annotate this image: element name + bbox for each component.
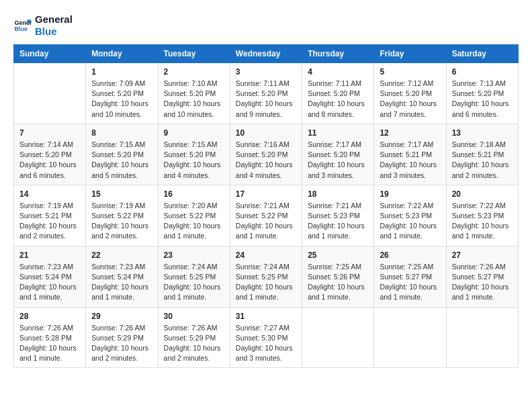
- day-number: 18: [308, 189, 368, 199]
- day-info: Sunrise: 7:23 AMSunset: 5:24 PMDaylight:…: [91, 262, 152, 303]
- logo-line1: General: [35, 13, 73, 26]
- day-info: Sunrise: 7:20 AMSunset: 5:22 PMDaylight:…: [164, 201, 224, 242]
- calendar-body: 1Sunrise: 7:09 AMSunset: 5:20 PMDaylight…: [14, 63, 519, 368]
- day-number: 6: [452, 67, 513, 77]
- day-info: Sunrise: 7:17 AMSunset: 5:21 PMDaylight:…: [380, 140, 440, 181]
- day-number: 8: [91, 128, 152, 138]
- day-info: Sunrise: 7:12 AMSunset: 5:20 PMDaylight:…: [380, 79, 440, 120]
- day-number: 15: [91, 189, 152, 199]
- day-number: 11: [308, 128, 368, 138]
- day-cell: 13Sunrise: 7:18 AMSunset: 5:21 PMDayligh…: [446, 124, 518, 185]
- day-number: 20: [452, 189, 513, 199]
- day-number: 26: [380, 250, 440, 260]
- weekday-header-tuesday: Tuesday: [158, 45, 230, 63]
- day-info: Sunrise: 7:25 AMSunset: 5:27 PMDaylight:…: [380, 262, 440, 303]
- day-info: Sunrise: 7:26 AMSunset: 5:29 PMDaylight:…: [164, 323, 224, 364]
- day-cell: 4Sunrise: 7:11 AMSunset: 5:20 PMDaylight…: [302, 63, 374, 124]
- page-header: General Blue General Blue: [13, 13, 519, 38]
- day-info: Sunrise: 7:11 AMSunset: 5:20 PMDaylight:…: [308, 79, 368, 120]
- day-info: Sunrise: 7:13 AMSunset: 5:20 PMDaylight:…: [452, 79, 513, 120]
- day-number: 14: [19, 189, 80, 199]
- day-cell: 31Sunrise: 7:27 AMSunset: 5:30 PMDayligh…: [230, 307, 302, 368]
- day-number: 31: [236, 312, 296, 321]
- day-number: 4: [308, 67, 368, 77]
- day-info: Sunrise: 7:19 AMSunset: 5:21 PMDaylight:…: [19, 201, 80, 242]
- day-cell: 7Sunrise: 7:14 AMSunset: 5:20 PMDaylight…: [14, 124, 86, 185]
- day-number: 30: [164, 312, 224, 321]
- day-cell: 10Sunrise: 7:16 AMSunset: 5:20 PMDayligh…: [230, 124, 302, 185]
- day-number: 19: [380, 189, 440, 199]
- day-cell: 20Sunrise: 7:22 AMSunset: 5:23 PMDayligh…: [446, 185, 518, 246]
- day-cell: 15Sunrise: 7:19 AMSunset: 5:22 PMDayligh…: [86, 185, 158, 246]
- day-number: 9: [164, 128, 224, 138]
- day-info: Sunrise: 7:19 AMSunset: 5:22 PMDaylight:…: [91, 201, 152, 242]
- week-row-5: 28Sunrise: 7:26 AMSunset: 5:28 PMDayligh…: [14, 307, 519, 368]
- day-info: Sunrise: 7:24 AMSunset: 5:25 PMDaylight:…: [236, 262, 296, 303]
- day-number: 3: [236, 67, 296, 77]
- weekday-header-monday: Monday: [86, 45, 158, 63]
- day-info: Sunrise: 7:15 AMSunset: 5:20 PMDaylight:…: [164, 140, 224, 181]
- day-number: 21: [19, 250, 80, 260]
- day-number: 24: [236, 250, 296, 260]
- day-cell: 8Sunrise: 7:15 AMSunset: 5:20 PMDaylight…: [86, 124, 158, 185]
- day-info: Sunrise: 7:21 AMSunset: 5:23 PMDaylight:…: [308, 201, 368, 242]
- day-cell: 9Sunrise: 7:15 AMSunset: 5:20 PMDaylight…: [158, 124, 230, 185]
- day-cell: 29Sunrise: 7:26 AMSunset: 5:29 PMDayligh…: [86, 307, 158, 368]
- day-info: Sunrise: 7:18 AMSunset: 5:21 PMDaylight:…: [452, 140, 513, 181]
- week-row-1: 1Sunrise: 7:09 AMSunset: 5:20 PMDaylight…: [14, 63, 519, 124]
- day-cell: 21Sunrise: 7:23 AMSunset: 5:24 PMDayligh…: [14, 246, 86, 307]
- day-info: Sunrise: 7:26 AMSunset: 5:27 PMDaylight:…: [452, 262, 513, 303]
- day-info: Sunrise: 7:24 AMSunset: 5:25 PMDaylight:…: [164, 262, 224, 303]
- day-info: Sunrise: 7:16 AMSunset: 5:20 PMDaylight:…: [236, 140, 296, 181]
- day-number: 17: [236, 189, 296, 199]
- day-cell: 3Sunrise: 7:11 AMSunset: 5:20 PMDaylight…: [230, 63, 302, 124]
- day-info: Sunrise: 7:10 AMSunset: 5:20 PMDaylight:…: [164, 79, 224, 120]
- weekday-header-thursday: Thursday: [302, 45, 374, 63]
- day-cell: 24Sunrise: 7:24 AMSunset: 5:25 PMDayligh…: [230, 246, 302, 307]
- day-cell: [14, 63, 86, 124]
- day-info: Sunrise: 7:23 AMSunset: 5:24 PMDaylight:…: [19, 262, 80, 303]
- day-cell: 27Sunrise: 7:26 AMSunset: 5:27 PMDayligh…: [446, 246, 518, 307]
- day-cell: 22Sunrise: 7:23 AMSunset: 5:24 PMDayligh…: [86, 246, 158, 307]
- day-number: 13: [452, 128, 513, 138]
- day-cell: 23Sunrise: 7:24 AMSunset: 5:25 PMDayligh…: [158, 246, 230, 307]
- weekday-header-row: SundayMondayTuesdayWednesdayThursdayFrid…: [14, 45, 519, 63]
- day-info: Sunrise: 7:22 AMSunset: 5:23 PMDaylight:…: [380, 201, 440, 242]
- logo: General Blue General Blue: [13, 13, 73, 38]
- day-cell: 12Sunrise: 7:17 AMSunset: 5:21 PMDayligh…: [374, 124, 446, 185]
- day-info: Sunrise: 7:14 AMSunset: 5:20 PMDaylight:…: [19, 140, 80, 181]
- logo-line2: Blue: [35, 26, 73, 38]
- day-cell: 5Sunrise: 7:12 AMSunset: 5:20 PMDaylight…: [374, 63, 446, 124]
- day-cell: 18Sunrise: 7:21 AMSunset: 5:23 PMDayligh…: [302, 185, 374, 246]
- calendar-table: SundayMondayTuesdayWednesdayThursdayFrid…: [13, 44, 519, 368]
- weekday-header-friday: Friday: [374, 45, 446, 63]
- logo-icon: General Blue: [13, 16, 32, 35]
- day-number: 29: [91, 312, 152, 321]
- day-cell: [374, 307, 446, 368]
- day-info: Sunrise: 7:09 AMSunset: 5:20 PMDaylight:…: [91, 79, 152, 120]
- day-info: Sunrise: 7:26 AMSunset: 5:28 PMDaylight:…: [19, 323, 80, 364]
- day-info: Sunrise: 7:25 AMSunset: 5:26 PMDaylight:…: [308, 262, 368, 303]
- day-cell: 11Sunrise: 7:17 AMSunset: 5:20 PMDayligh…: [302, 124, 374, 185]
- day-info: Sunrise: 7:27 AMSunset: 5:30 PMDaylight:…: [236, 323, 296, 364]
- day-info: Sunrise: 7:11 AMSunset: 5:20 PMDaylight:…: [236, 79, 296, 120]
- day-info: Sunrise: 7:21 AMSunset: 5:22 PMDaylight:…: [236, 201, 296, 242]
- day-number: 16: [164, 189, 224, 199]
- day-cell: 28Sunrise: 7:26 AMSunset: 5:28 PMDayligh…: [14, 307, 86, 368]
- day-info: Sunrise: 7:17 AMSunset: 5:20 PMDaylight:…: [308, 140, 368, 181]
- day-number: 27: [452, 250, 513, 260]
- day-info: Sunrise: 7:15 AMSunset: 5:20 PMDaylight:…: [91, 140, 152, 181]
- day-number: 7: [19, 128, 80, 138]
- day-cell: 26Sunrise: 7:25 AMSunset: 5:27 PMDayligh…: [374, 246, 446, 307]
- weekday-header-wednesday: Wednesday: [230, 45, 302, 63]
- day-cell: 14Sunrise: 7:19 AMSunset: 5:21 PMDayligh…: [14, 185, 86, 246]
- day-cell: 17Sunrise: 7:21 AMSunset: 5:22 PMDayligh…: [230, 185, 302, 246]
- day-number: 2: [164, 67, 224, 77]
- week-row-3: 14Sunrise: 7:19 AMSunset: 5:21 PMDayligh…: [14, 185, 519, 246]
- weekday-header-sunday: Sunday: [14, 45, 86, 63]
- day-cell: 19Sunrise: 7:22 AMSunset: 5:23 PMDayligh…: [374, 185, 446, 246]
- day-number: 1: [91, 67, 152, 77]
- svg-text:Blue: Blue: [14, 26, 28, 32]
- day-info: Sunrise: 7:26 AMSunset: 5:29 PMDaylight:…: [91, 323, 152, 364]
- weekday-header-saturday: Saturday: [446, 45, 518, 63]
